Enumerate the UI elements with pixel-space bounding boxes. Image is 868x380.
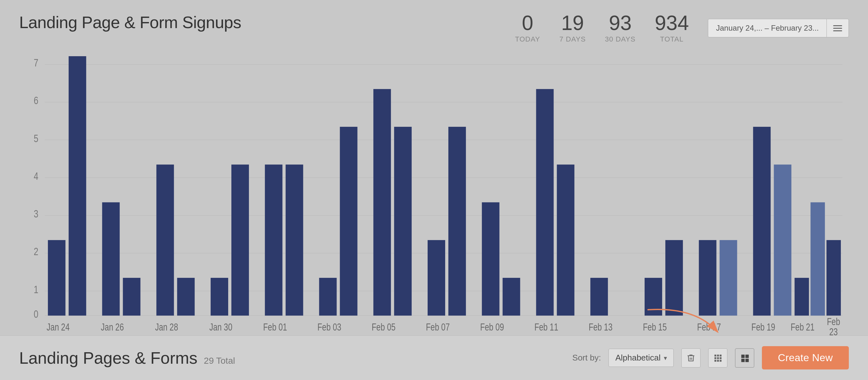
stat-30days: 93 30 DAYS xyxy=(605,13,636,43)
svg-text:Feb 21: Feb 21 xyxy=(790,321,815,333)
svg-rect-46 xyxy=(745,358,749,362)
svg-text:2: 2 xyxy=(34,246,38,257)
chart-header: Landing Page & Form Signups 0 TODAY 19 7… xyxy=(19,13,849,43)
svg-text:Jan 24: Jan 24 xyxy=(46,321,70,333)
create-new-button[interactable]: Create New xyxy=(762,346,849,370)
trash-icon xyxy=(686,353,695,362)
svg-rect-42 xyxy=(720,359,722,361)
bar-feb07b xyxy=(448,127,466,315)
svg-text:Jan 28: Jan 28 xyxy=(155,321,178,333)
bar-feb21a xyxy=(795,278,809,315)
svg-text:4: 4 xyxy=(34,170,38,182)
bar-feb21b xyxy=(810,203,825,316)
bar-jan28b xyxy=(177,278,195,315)
svg-text:Feb 19: Feb 19 xyxy=(751,321,775,333)
svg-rect-34 xyxy=(715,354,716,356)
bar-jan30b xyxy=(231,165,249,315)
sort-dropdown[interactable]: Alphabetical ▾ xyxy=(609,349,674,367)
stat-7days-label: 7 DAYS xyxy=(559,35,586,43)
bar-jan26b xyxy=(123,278,141,315)
bar-feb15b xyxy=(665,240,683,315)
bottom-count: 29 Total xyxy=(204,356,235,366)
svg-rect-40 xyxy=(715,359,716,361)
grid-large-button[interactable] xyxy=(735,348,754,368)
bar-feb03b xyxy=(340,127,357,315)
bar-jan24a xyxy=(48,240,65,315)
grid-small-icon xyxy=(713,353,722,362)
svg-text:Feb 01: Feb 01 xyxy=(263,321,287,333)
svg-text:Feb 11: Feb 11 xyxy=(534,321,558,333)
bar-jan30a xyxy=(211,278,228,315)
stat-total-label: TOTAL xyxy=(655,35,689,43)
svg-text:6: 6 xyxy=(34,95,38,106)
svg-rect-44 xyxy=(745,354,749,358)
stat-total-value: 934 xyxy=(655,13,689,33)
sort-value: Alphabetical xyxy=(615,353,660,363)
bar-feb23a xyxy=(827,240,841,315)
bar-feb15a xyxy=(645,278,662,315)
bar-feb01a xyxy=(265,165,282,315)
svg-rect-35 xyxy=(717,354,719,356)
svg-rect-39 xyxy=(720,357,722,359)
svg-text:Feb 05: Feb 05 xyxy=(372,321,396,333)
bar-feb11a xyxy=(536,89,554,315)
bar-feb17b xyxy=(720,240,737,315)
svg-text:Feb 13: Feb 13 xyxy=(589,321,613,333)
svg-text:Feb 09: Feb 09 xyxy=(480,321,504,333)
stat-30days-value: 93 xyxy=(605,13,636,33)
chevron-down-icon: ▾ xyxy=(664,354,667,362)
stats-and-controls: 0 TODAY 19 7 DAYS 93 30 DAYS 934 TOTAL J… xyxy=(515,13,849,43)
chart-area: 7 6 5 4 3 2 1 0 xyxy=(19,56,849,335)
svg-text:1: 1 xyxy=(34,283,38,295)
date-range-text: January 24,... – February 23... xyxy=(708,19,827,37)
bottom-right: Sort by: Alphabetical ▾ xyxy=(572,346,849,370)
stats-row: 0 TODAY 19 7 DAYS 93 30 DAYS 934 TOTAL xyxy=(515,13,689,43)
svg-rect-41 xyxy=(717,359,719,361)
svg-text:23: 23 xyxy=(829,326,838,335)
bar-feb07a xyxy=(428,240,445,315)
grid-small-button[interactable] xyxy=(708,348,727,368)
svg-rect-36 xyxy=(720,354,722,356)
grid-large-icon xyxy=(740,353,749,362)
chart-title: Landing Page & Form Signups xyxy=(19,13,241,32)
stat-7days: 19 7 DAYS xyxy=(559,13,586,43)
stat-today: 0 TODAY xyxy=(515,13,540,43)
bar-jan28a xyxy=(156,165,174,315)
trash-button[interactable] xyxy=(681,348,701,368)
bottom-title: Landing Pages & Forms xyxy=(19,348,197,368)
svg-text:Feb 03: Feb 03 xyxy=(317,321,341,333)
stat-30days-label: 30 DAYS xyxy=(605,35,636,43)
stat-today-value: 0 xyxy=(515,13,540,33)
svg-text:3: 3 xyxy=(34,208,38,220)
bar-feb09b xyxy=(503,278,520,315)
hamburger-icon xyxy=(833,25,842,31)
bar-feb19a xyxy=(753,127,771,315)
date-range-menu-button[interactable] xyxy=(827,21,848,36)
svg-text:Feb 15: Feb 15 xyxy=(643,321,667,333)
svg-rect-38 xyxy=(717,357,719,359)
sort-label: Sort by: xyxy=(572,353,601,363)
svg-rect-43 xyxy=(741,354,745,358)
bar-chart: 7 6 5 4 3 2 1 0 xyxy=(19,56,849,335)
svg-rect-45 xyxy=(741,358,745,362)
bar-feb11b xyxy=(557,165,574,315)
svg-text:5: 5 xyxy=(34,132,38,144)
bar-feb09a xyxy=(482,203,499,316)
bar-feb03a xyxy=(319,278,337,315)
bar-feb19b xyxy=(774,165,791,315)
svg-text:Jan 30: Jan 30 xyxy=(209,321,232,333)
bar-jan24b xyxy=(69,56,86,315)
stat-total: 934 TOTAL xyxy=(655,13,689,43)
bar-feb05b xyxy=(394,127,412,315)
svg-text:Feb 07: Feb 07 xyxy=(426,321,450,333)
bar-feb13a xyxy=(590,278,608,315)
svg-text:Jan 26: Jan 26 xyxy=(101,321,124,333)
bar-feb01b xyxy=(286,165,303,315)
date-range-control[interactable]: January 24,... – February 23... xyxy=(708,19,849,37)
svg-text:7: 7 xyxy=(34,57,38,69)
bar-feb05a xyxy=(373,89,391,315)
stat-today-label: TODAY xyxy=(515,35,540,43)
svg-rect-37 xyxy=(715,357,716,359)
bar-feb17a xyxy=(699,240,716,315)
svg-text:0: 0 xyxy=(34,308,38,320)
